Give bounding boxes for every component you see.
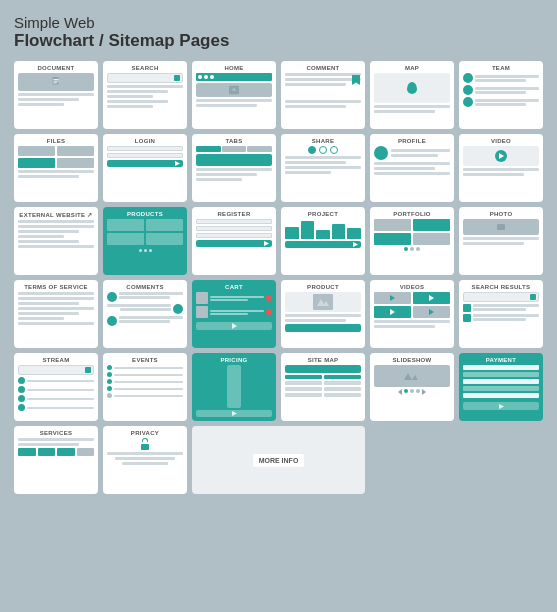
prv-line2 (115, 457, 176, 460)
com-avatar2 (173, 304, 183, 314)
tab1[interactable] (196, 146, 221, 152)
card-share: SHARE (281, 134, 365, 202)
file-cell4 (57, 158, 94, 168)
ev-dot5 (107, 393, 112, 398)
label-project: PROJECT (285, 211, 361, 217)
tos-line6 (18, 317, 64, 320)
sm-row3 (285, 381, 322, 385)
content-products (107, 219, 183, 271)
card-cart: CART (192, 280, 276, 348)
label-register: REGISTER (196, 211, 272, 217)
label-photo: PHOTO (463, 211, 539, 217)
content-map (374, 73, 450, 125)
content-search-results (463, 292, 539, 344)
reg-btn[interactable] (196, 240, 272, 247)
tab2[interactable] (222, 146, 247, 152)
label-slideshow: SLIDESHOW (374, 357, 450, 363)
share-icon2[interactable] (319, 146, 327, 154)
slide-prev[interactable] (398, 389, 402, 395)
page-wrapper: Simple Web Flowchart / Sitemap Pages DOC… (0, 0, 557, 504)
remove-btn1[interactable] (266, 295, 272, 301)
c-line4 (285, 100, 361, 103)
content-comment (285, 73, 361, 125)
pay-line2 (463, 372, 539, 377)
content-payment (463, 365, 539, 417)
event2 (107, 372, 183, 377)
reg-field2 (196, 226, 272, 231)
card-pricing: PRICING (192, 353, 276, 421)
share-icon3[interactable] (330, 146, 338, 154)
nav-dot2 (204, 75, 208, 79)
card-project: PROJECT (281, 207, 365, 275)
lock-icon (140, 438, 150, 450)
project-btn[interactable] (285, 241, 361, 248)
photo-icon (497, 224, 505, 230)
label-login: LOGIN (107, 138, 183, 144)
card-comment: COMMENT (281, 61, 365, 129)
com-avatar3 (107, 316, 117, 326)
search-dot (174, 75, 180, 81)
doc-line3 (18, 103, 64, 106)
vid-play2 (429, 295, 434, 301)
content-tabs (196, 146, 272, 198)
product-btn[interactable] (285, 324, 361, 332)
prod-cell3 (107, 233, 144, 245)
profile-avatar (374, 146, 388, 160)
content-terms (18, 292, 94, 344)
tab3[interactable] (247, 146, 272, 152)
tabs-hero (196, 154, 272, 166)
sm-row5 (285, 387, 322, 391)
video-cell1 (374, 292, 411, 304)
product-image (285, 292, 361, 312)
remove-btn2[interactable] (266, 309, 272, 315)
pricing-btn[interactable] (196, 410, 272, 417)
payment-btn[interactable] (463, 402, 539, 410)
tos-line5 (18, 312, 79, 315)
content-document (18, 73, 94, 125)
ph-line2 (463, 242, 524, 245)
card-payment: PAYMENT (459, 353, 543, 421)
sr-line1 (473, 304, 539, 307)
com-line4 (120, 308, 171, 311)
video-play-btn[interactable] (495, 150, 507, 162)
svc-block1 (18, 448, 36, 456)
ci-line3 (210, 310, 264, 312)
pg-dot1 (404, 247, 408, 251)
label-home: HOME (196, 65, 272, 71)
f-line2 (18, 175, 79, 178)
prod-cell4 (146, 233, 183, 245)
login-btn[interactable] (107, 160, 183, 167)
card-sitemap: SITE MAP (281, 353, 365, 421)
play-triangle (499, 153, 504, 159)
event4 (107, 386, 183, 391)
card-photo: PHOTO (459, 207, 543, 275)
team-avatar3 (463, 97, 473, 107)
card-privacy: PRIVACY (103, 426, 187, 494)
svc-block3 (57, 448, 75, 456)
svc-block4 (77, 448, 95, 456)
prv-line3 (122, 462, 168, 465)
label-terms: TERMS OF SERVICE (18, 284, 94, 290)
ev-dot2 (107, 372, 112, 377)
slide-next[interactable] (422, 389, 426, 395)
p-line5 (374, 172, 450, 175)
card-document: DOCUMENT (14, 61, 98, 129)
payment-lines (463, 365, 539, 398)
ev-line1 (114, 367, 183, 369)
pdot3 (149, 249, 152, 252)
more-info-button[interactable]: MORE INFO (253, 454, 305, 467)
sr-icon2 (463, 314, 471, 322)
ev-dot4 (107, 386, 112, 391)
pay-line4 (463, 386, 539, 391)
e-line1 (18, 220, 94, 223)
prod-cell2 (146, 219, 183, 231)
cards-grid: DOCUMENT SEARCH (14, 61, 543, 494)
e-line4 (18, 235, 64, 238)
card-external: EXTERNAL WEBSITE ↗ (14, 207, 98, 275)
label-files: FILES (18, 138, 94, 144)
label-videos: VIDEOS (374, 284, 450, 290)
sd1 (404, 389, 408, 393)
label-payment: PAYMENT (463, 357, 539, 363)
label-pricing: PRICING (196, 357, 272, 363)
share-icon1[interactable] (308, 146, 316, 154)
